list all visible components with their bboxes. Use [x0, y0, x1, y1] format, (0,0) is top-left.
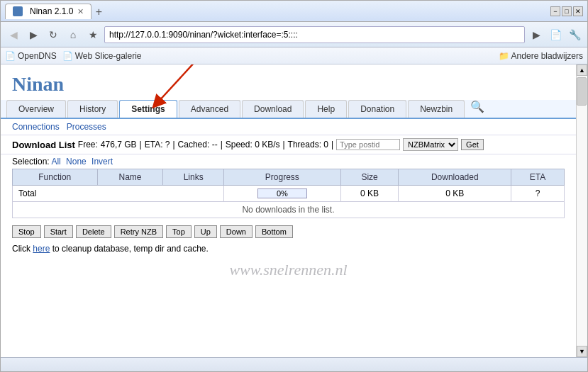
- tab-bar: Ninan 2.1.0 ✕ +: [5, 4, 550, 19]
- source-select[interactable]: NZBMatrix: [403, 138, 458, 151]
- selection-bar: Selection: All None Invert: [1, 154, 576, 169]
- start-button[interactable]: Start: [44, 225, 73, 238]
- toolbar-right: ▶ 📄 🔧: [528, 26, 583, 43]
- bookmark-opendns[interactable]: 📄 OpenDNS: [5, 51, 57, 61]
- row-progress: 0%: [223, 186, 340, 202]
- scroll-track[interactable]: [577, 76, 587, 346]
- eta-label: ETA: ?: [145, 140, 170, 150]
- scroll-up-btn[interactable]: ▲: [577, 64, 587, 76]
- up-button[interactable]: Up: [194, 225, 217, 238]
- tools-button[interactable]: 🔧: [566, 26, 583, 43]
- watermark: www.snelrennen.nl: [1, 257, 576, 279]
- tab-download[interactable]: Download: [242, 100, 304, 118]
- page-button[interactable]: 📄: [547, 26, 564, 43]
- browser-status-bar: [1, 357, 587, 371]
- new-tab-button[interactable]: +: [91, 5, 106, 19]
- free-value: 476,7 GB: [101, 140, 137, 150]
- row-downloaded: 0 KB: [399, 186, 511, 202]
- table-header-row: Function Name Links Progress Size Downlo…: [13, 169, 565, 186]
- tab-newzbin[interactable]: Newzbin: [408, 100, 465, 118]
- th-size: Size: [340, 169, 399, 186]
- separator-3: |: [221, 140, 223, 150]
- tab-favicon: [13, 6, 23, 16]
- search-icon[interactable]: 🔍: [470, 100, 484, 118]
- down-button[interactable]: Down: [220, 225, 253, 238]
- no-downloads-row: No downloads in the list.: [13, 202, 565, 218]
- row-eta: ?: [511, 186, 565, 202]
- bottom-button[interactable]: Bottom: [255, 225, 293, 238]
- th-downloaded: Downloaded: [399, 169, 511, 186]
- no-downloads-message: No downloads in the list.: [13, 202, 565, 218]
- footer-before: Click: [12, 244, 33, 254]
- tab-donation[interactable]: Donation: [348, 100, 406, 118]
- th-progress: Progress: [223, 169, 340, 186]
- maximize-btn[interactable]: □: [562, 6, 572, 16]
- title-bar: Ninan 2.1.0 ✕ + − □ ✕: [1, 1, 587, 22]
- tab-title: Ninan 2.1.0: [30, 6, 73, 16]
- cached-label: Cached: --: [178, 140, 218, 150]
- progress-bar: 0%: [257, 188, 307, 198]
- get-button[interactable]: Get: [461, 139, 484, 150]
- select-all[interactable]: All: [51, 157, 60, 167]
- download-table-wrap: Function Name Links Progress Size Downlo…: [1, 169, 576, 221]
- footer-after: to cleanup database, temp dir and cache.: [50, 244, 208, 254]
- refresh-button[interactable]: ↻: [45, 26, 62, 43]
- tab-settings[interactable]: Settings: [119, 100, 177, 118]
- close-btn[interactable]: ✕: [573, 6, 583, 16]
- th-eta: ETA: [511, 169, 565, 186]
- postid-input[interactable]: [336, 139, 400, 150]
- download-table: Function Name Links Progress Size Downlo…: [12, 169, 565, 218]
- tab-help[interactable]: Help: [305, 100, 347, 118]
- table-row: Total 0% 0 KB 0 KB ?: [13, 186, 565, 202]
- tab-overview[interactable]: Overview: [6, 100, 66, 118]
- sub-nav-connections[interactable]: Connections: [12, 122, 60, 132]
- other-bookmarks[interactable]: 📁 Andere bladwijzers: [499, 51, 583, 61]
- free-label: Free:: [78, 140, 98, 150]
- tab-close-btn[interactable]: ✕: [77, 7, 84, 16]
- vertical-scrollbar[interactable]: ▲ ▼: [576, 64, 587, 357]
- row-size: 0 KB: [340, 186, 399, 202]
- page-content: Ninan Overview History Settings: [1, 64, 587, 357]
- play-button[interactable]: ▶: [528, 26, 545, 43]
- nav-tabs: Overview History Settings Advanced Downl…: [1, 100, 576, 119]
- scroll-down-btn[interactable]: ▼: [577, 346, 587, 357]
- sub-nav-processes[interactable]: Processes: [67, 122, 106, 132]
- browser-window: Ninan 2.1.0 ✕ + − □ ✕ ◀ ▶ ↻ ⌂ ★ ▶ 📄 🔧 📄 …: [0, 0, 588, 372]
- select-none[interactable]: None: [66, 157, 87, 167]
- browser-toolbar: ◀ ▶ ↻ ⌂ ★ ▶ 📄 🔧: [1, 22, 587, 47]
- folder-icon: 📁: [499, 51, 509, 61]
- threads-label: Threads: 0: [288, 140, 328, 150]
- tab-advanced[interactable]: Advanced: [179, 100, 240, 118]
- download-status-bar: Download List Free: 476,7 GB | ETA: ? | …: [1, 135, 576, 154]
- forward-button[interactable]: ▶: [25, 26, 42, 43]
- bookmark-page-icon: 📄: [5, 51, 16, 61]
- retry-nzb-button[interactable]: Retry NZB: [114, 225, 163, 238]
- address-bar[interactable]: [104, 26, 525, 43]
- separator-2: |: [172, 140, 174, 150]
- action-buttons: Stop Start Delete Retry NZB Top Up Down …: [1, 221, 576, 241]
- minimize-btn[interactable]: −: [550, 6, 560, 16]
- scroll-thumb[interactable]: [577, 77, 587, 106]
- separator-1: |: [140, 140, 142, 150]
- footer-link[interactable]: here: [33, 244, 50, 254]
- speed-label: Speed: 0 KB/s: [226, 140, 280, 150]
- bookmark-webslice[interactable]: 📄 Web Slice-galerie: [62, 51, 142, 61]
- select-invert[interactable]: Invert: [91, 157, 113, 167]
- th-name: Name: [97, 169, 163, 186]
- delete-button[interactable]: Delete: [76, 225, 111, 238]
- selection-label: Selection:: [12, 157, 50, 167]
- sub-nav: Connections Processes: [1, 119, 576, 135]
- separator-4: |: [282, 140, 284, 150]
- bookmark-page-icon-2: 📄: [62, 51, 73, 61]
- th-links: Links: [163, 169, 223, 186]
- tab-history[interactable]: History: [67, 100, 118, 118]
- bookmark-label: OpenDNS: [18, 51, 57, 61]
- separator-5: |: [331, 140, 333, 150]
- footer-text: Click here to cleanup database, temp dir…: [1, 241, 576, 257]
- home-button[interactable]: ⌂: [65, 26, 82, 43]
- stop-button[interactable]: Stop: [12, 225, 41, 238]
- browser-tab[interactable]: Ninan 2.1.0 ✕: [5, 4, 91, 19]
- top-button[interactable]: Top: [166, 225, 192, 238]
- star-button[interactable]: ★: [84, 26, 101, 43]
- back-button[interactable]: ◀: [5, 26, 22, 43]
